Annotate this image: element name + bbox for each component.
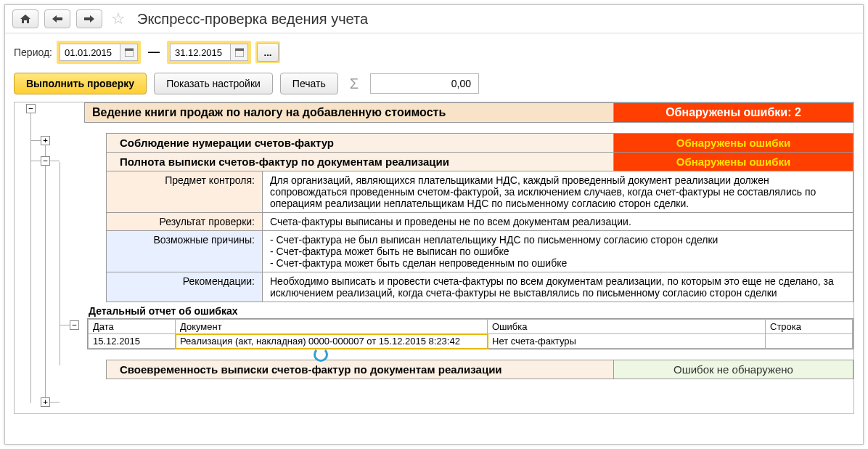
check-row-status: Обнаружены ошибки (614, 153, 853, 171)
section-header-status: Обнаружены ошибки: 2 (614, 102, 853, 123)
run-check-button[interactable]: Выполнить проверку (14, 73, 147, 94)
period-from-input[interactable] (60, 44, 120, 61)
col-doc: Документ (176, 320, 488, 334)
kv-recs-val: Необходимо выписать и провести счета-фак… (263, 272, 853, 302)
page-title: Экспресс-проверка ведения учета (134, 11, 368, 28)
errors-table: Дата Документ Ошибка Строка 15.12.2015 Р… (87, 318, 853, 349)
loading-spinner-icon (314, 347, 328, 362)
report-output[interactable]: − + − − + Ведение книги продаж по налогу… (14, 102, 854, 414)
table-row[interactable]: 15.12.2015 Реализация (акт, накладная) 0… (89, 334, 853, 349)
check-row-title: Соблюдение нумерации счетов-фактур (106, 133, 614, 153)
print-button[interactable]: Печать (280, 73, 338, 94)
back-button[interactable] (44, 9, 70, 28)
period-label: Период: (14, 46, 52, 58)
period-choose-button[interactable]: ... (257, 43, 279, 62)
svg-rect-3 (235, 49, 244, 51)
favorite-icon[interactable]: ☆ (111, 9, 126, 28)
kv-subject-val: Для организаций, являющихся плательщикам… (263, 171, 853, 213)
kv-recs-label: Рекомендации: (106, 272, 263, 302)
tree-node-collapse[interactable]: − (41, 156, 50, 166)
cell-line (766, 334, 853, 349)
period-dash: — (145, 46, 163, 59)
cell-date: 15.12.2015 (89, 334, 176, 349)
col-date: Дата (89, 320, 176, 334)
tree-node-expand[interactable]: + (41, 136, 50, 145)
kv-reasons-label: Возможные причины: (106, 231, 263, 272)
period-to-input[interactable] (170, 44, 231, 61)
check-row-title: Своевременность выписки счетов-фактур по… (106, 360, 614, 379)
forward-button[interactable] (76, 9, 102, 28)
tree-node-collapse[interactable]: − (26, 104, 36, 113)
col-err: Ошибка (488, 320, 766, 334)
calendar-from-button[interactable] (120, 44, 138, 61)
sigma-icon: Σ (345, 76, 363, 92)
sum-field[interactable] (370, 73, 479, 94)
kv-reasons-val: - Счет-фактура не был выписан неплательщ… (263, 231, 853, 272)
show-settings-button[interactable]: Показать настройки (154, 73, 273, 94)
cell-doc[interactable]: Реализация (акт, накладная) 0000-000007 … (176, 334, 488, 349)
tree-node-expand[interactable]: + (41, 397, 50, 407)
tree-gutter: − + − − + (15, 102, 84, 413)
kv-result-val: Счета-фактуры выписаны и проведены не по… (263, 213, 853, 231)
section-header: Ведение книги продаж по налогу на добавл… (84, 102, 614, 123)
svg-rect-1 (125, 49, 134, 51)
col-line: Строка (766, 320, 853, 334)
cell-err: Нет счета-фактуры (488, 334, 766, 349)
errors-heading: Детальный отчет об ошибках (87, 302, 853, 318)
check-row-title: Полнота выписки счетов-фактур по докумен… (106, 153, 614, 171)
kv-subject-label: Предмет контроля: (106, 171, 263, 213)
home-button[interactable] (12, 9, 38, 28)
check-row-status-ok: Ошибок не обнаружено (614, 360, 853, 379)
kv-result-label: Результат проверки: (106, 213, 263, 231)
calendar-to-button[interactable] (231, 44, 248, 61)
tree-node-collapse[interactable]: − (70, 320, 79, 330)
check-row-status: Обнаружены ошибки (614, 133, 853, 153)
